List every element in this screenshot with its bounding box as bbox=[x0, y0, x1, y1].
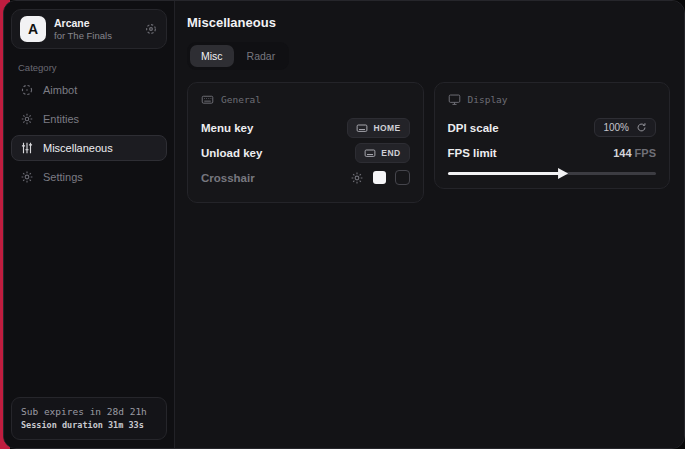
dpi-scale-row: DPI scale 100% bbox=[448, 116, 657, 139]
general-card: General Menu key HOME bbox=[187, 82, 424, 203]
display-card-title: Display bbox=[468, 94, 508, 105]
fps-limit-label: FPS limit bbox=[448, 147, 497, 159]
app-subtitle: for The Finals bbox=[54, 30, 136, 42]
app-logo: A bbox=[20, 16, 46, 42]
crosshair-row: Crosshair bbox=[201, 166, 410, 189]
menu-key-row: Menu key HOME bbox=[201, 116, 410, 139]
dpi-scale-control[interactable]: 100% bbox=[594, 118, 656, 137]
crosshair-label: Crosshair bbox=[201, 172, 255, 184]
fps-slider-fill bbox=[448, 172, 561, 175]
menu-key-label: Menu key bbox=[201, 122, 253, 134]
app-window: A Arcane for The Finals Category bbox=[3, 0, 685, 449]
refresh-icon bbox=[636, 122, 647, 133]
dpi-scale-value: 100% bbox=[603, 122, 629, 133]
page-title: Miscellaneous bbox=[187, 15, 670, 30]
sub-expiry-text: Sub expires in 28d 21h bbox=[21, 405, 157, 419]
sidebar-item-entities[interactable]: Entities bbox=[11, 106, 167, 132]
sidebar-item-label: Entities bbox=[43, 113, 79, 125]
gear-icon[interactable] bbox=[350, 171, 364, 185]
fps-unit: FPS bbox=[635, 147, 656, 159]
menu-key-value: HOME bbox=[373, 123, 400, 133]
entities-icon bbox=[20, 112, 34, 126]
crosshair-icon bbox=[20, 83, 34, 97]
unload-key-label: Unload key bbox=[201, 147, 262, 159]
dpi-scale-label: DPI scale bbox=[448, 122, 499, 134]
app-title: Arcane bbox=[54, 17, 136, 30]
subscription-card: Sub expires in 28d 21h Session duration … bbox=[11, 397, 167, 440]
sidebar-item-label: Aimbot bbox=[43, 84, 77, 96]
crosshair-checkbox[interactable] bbox=[395, 170, 410, 185]
main-content: Miscellaneous Misc Radar Gene bbox=[175, 1, 684, 448]
fps-limit-slider[interactable] bbox=[448, 172, 657, 175]
sidebar-item-label: Settings bbox=[43, 171, 83, 183]
fps-limit-value: 144 bbox=[613, 147, 631, 159]
tab-bar: Misc Radar bbox=[187, 42, 289, 70]
unload-key-value: END bbox=[381, 148, 400, 158]
general-card-title: General bbox=[221, 94, 261, 105]
keyboard-icon bbox=[364, 147, 376, 159]
category-label: Category bbox=[18, 62, 167, 73]
sidebar: A Arcane for The Finals Category bbox=[4, 1, 175, 448]
crosshair-color-swatch[interactable] bbox=[373, 171, 386, 184]
tab-misc[interactable]: Misc bbox=[190, 45, 234, 67]
app-header-card: A Arcane for The Finals bbox=[11, 9, 167, 49]
desktop-background: A Arcane for The Finals Category bbox=[0, 0, 685, 449]
gear-icon bbox=[20, 170, 34, 184]
fps-limit-row: FPS limit 144 FPS bbox=[448, 141, 657, 164]
session-duration-text: Session duration 31m 33s bbox=[21, 419, 157, 432]
keyboard-icon bbox=[356, 122, 368, 134]
menu-key-button[interactable]: HOME bbox=[347, 118, 409, 138]
display-card: Display DPI scale 100% bbox=[434, 82, 671, 189]
sidebar-item-label: Miscellaneous bbox=[43, 142, 113, 154]
sidebar-item-settings[interactable]: Settings bbox=[11, 164, 167, 190]
sidebar-nav: Aimbot Entities bbox=[11, 77, 167, 190]
unload-key-row: Unload key END bbox=[201, 141, 410, 164]
keyboard-icon bbox=[201, 93, 214, 106]
unload-key-button[interactable]: END bbox=[355, 143, 409, 163]
sidebar-item-miscellaneous[interactable]: Miscellaneous bbox=[11, 135, 167, 161]
tab-radar[interactable]: Radar bbox=[236, 45, 287, 67]
sliders-icon bbox=[20, 141, 34, 155]
sidebar-item-aimbot[interactable]: Aimbot bbox=[11, 77, 167, 103]
target-icon[interactable] bbox=[144, 22, 158, 36]
fps-slider-thumb[interactable] bbox=[558, 168, 568, 179]
monitor-icon bbox=[448, 93, 461, 106]
